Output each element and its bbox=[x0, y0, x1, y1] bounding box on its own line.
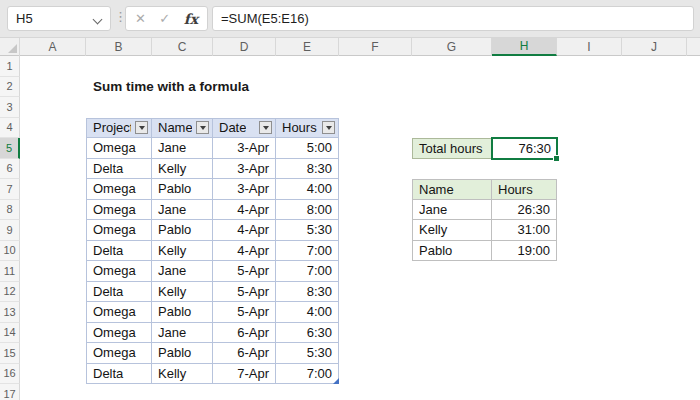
cell-E12[interactable]: 8:30 bbox=[276, 282, 339, 303]
row-header-11[interactable]: 11 bbox=[0, 261, 20, 282]
cell-C5[interactable]: Jane bbox=[152, 138, 213, 159]
cell-B7[interactable]: Omega bbox=[86, 179, 152, 200]
cell-D10[interactable]: 4-Apr bbox=[213, 241, 276, 262]
cell-B14[interactable]: Omega bbox=[86, 323, 152, 344]
cell-E8[interactable]: 8:00 bbox=[276, 200, 339, 221]
cell-D16[interactable]: 7-Apr bbox=[213, 364, 276, 385]
cancel-icon[interactable]: ✕ bbox=[135, 11, 146, 26]
row-header-14[interactable]: 14 bbox=[0, 323, 20, 344]
row-header-5[interactable]: 5 bbox=[0, 138, 20, 159]
cell-D8[interactable]: 4-Apr bbox=[213, 200, 276, 221]
cell-C9[interactable]: Pablo bbox=[152, 220, 213, 241]
cell-C8[interactable]: Jane bbox=[152, 200, 213, 221]
column-header-J[interactable]: J bbox=[622, 38, 687, 56]
column-header-A[interactable]: A bbox=[20, 38, 86, 56]
cell-D6[interactable]: 3-Apr bbox=[213, 159, 276, 180]
cell-G10[interactable]: Pablo bbox=[412, 241, 492, 262]
cell-B13[interactable]: Omega bbox=[86, 302, 152, 323]
row-header-2[interactable]: 2 bbox=[0, 77, 20, 98]
cell-E13[interactable]: 4:00 bbox=[276, 302, 339, 323]
column-header-C[interactable]: C bbox=[152, 38, 213, 56]
filter-dropdown-button[interactable] bbox=[259, 121, 272, 134]
cell-E7[interactable]: 4:00 bbox=[276, 179, 339, 200]
cell-C11[interactable]: Jane bbox=[152, 261, 213, 282]
cell-C6[interactable]: Kelly bbox=[152, 159, 213, 180]
column-header-I[interactable]: I bbox=[557, 38, 622, 56]
cell-E5[interactable]: 5:00 bbox=[276, 138, 339, 159]
total-hours-label-cell[interactable]: Total hours bbox=[412, 138, 492, 159]
cell-C16[interactable]: Kelly bbox=[152, 364, 213, 385]
cell-D9[interactable]: 4-Apr bbox=[213, 220, 276, 241]
cell-D5[interactable]: 3-Apr bbox=[213, 138, 276, 159]
column-header-B[interactable]: B bbox=[86, 38, 152, 56]
cell-E11[interactable]: 7:00 bbox=[276, 261, 339, 282]
cell-B15[interactable]: Omega bbox=[86, 343, 152, 364]
row-header-10[interactable]: 10 bbox=[0, 241, 20, 262]
column-header-partial[interactable] bbox=[687, 38, 700, 56]
cell-E9[interactable]: 5:30 bbox=[276, 220, 339, 241]
row-header-4[interactable]: 4 bbox=[0, 118, 20, 139]
name-box[interactable]: H5 bbox=[7, 6, 111, 31]
selected-cell-h5[interactable]: 76:30 bbox=[491, 137, 558, 160]
summary-header-hours[interactable]: Hours bbox=[492, 179, 557, 200]
cell-B16[interactable]: Delta bbox=[86, 364, 152, 385]
row-header-12[interactable]: 12 bbox=[0, 282, 20, 303]
cell-D11[interactable]: 5-Apr bbox=[213, 261, 276, 282]
cell-D15[interactable]: 6-Apr bbox=[213, 343, 276, 364]
cell-D14[interactable]: 6-Apr bbox=[213, 323, 276, 344]
chevron-down-icon[interactable] bbox=[93, 15, 103, 25]
row-header-6[interactable]: 6 bbox=[0, 159, 20, 180]
table-resize-handle[interactable] bbox=[333, 378, 339, 384]
row-header-15[interactable]: 15 bbox=[0, 343, 20, 364]
cell-D7[interactable]: 3-Apr bbox=[213, 179, 276, 200]
filter-dropdown-button[interactable] bbox=[196, 121, 209, 134]
cell-B11[interactable]: Omega bbox=[86, 261, 152, 282]
cell-E14[interactable]: 6:30 bbox=[276, 323, 339, 344]
cell-B12[interactable]: Delta bbox=[86, 282, 152, 303]
cell-B9[interactable]: Omega bbox=[86, 220, 152, 241]
cell-C13[interactable]: Pablo bbox=[152, 302, 213, 323]
cell-B6[interactable]: Delta bbox=[86, 159, 152, 180]
column-header-F[interactable]: F bbox=[339, 38, 412, 56]
fill-handle[interactable] bbox=[553, 155, 560, 162]
cell-E16[interactable]: 7:00 bbox=[276, 364, 339, 385]
column-header-H[interactable]: H bbox=[492, 38, 557, 56]
row-header-16[interactable]: 16 bbox=[0, 364, 20, 385]
cell-E10[interactable]: 7:00 bbox=[276, 241, 339, 262]
enter-icon[interactable]: ✓ bbox=[159, 11, 170, 26]
select-all-corner[interactable] bbox=[0, 38, 20, 56]
row-header-13[interactable]: 13 bbox=[0, 302, 20, 323]
cell-C10[interactable]: Kelly bbox=[152, 241, 213, 262]
filter-dropdown-button[interactable] bbox=[135, 121, 148, 134]
cell-H10[interactable]: 19:00 bbox=[492, 241, 557, 262]
column-header-G[interactable]: G bbox=[412, 38, 492, 56]
filter-dropdown-button[interactable] bbox=[322, 121, 335, 134]
insert-function-icon[interactable]: fx bbox=[184, 11, 198, 27]
cell-C7[interactable]: Pablo bbox=[152, 179, 213, 200]
cell-E15[interactable]: 5:30 bbox=[276, 343, 339, 364]
cell-B5[interactable]: Omega bbox=[86, 138, 152, 159]
formula-input[interactable]: =SUM(E5:E16) bbox=[212, 6, 694, 31]
cell-E6[interactable]: 8:30 bbox=[276, 159, 339, 180]
cell-C12[interactable]: Kelly bbox=[152, 282, 213, 303]
cell-B8[interactable]: Omega bbox=[86, 200, 152, 221]
summary-header-name[interactable]: Name bbox=[412, 179, 492, 200]
cell-G9[interactable]: Kelly bbox=[412, 220, 492, 241]
cell-C15[interactable]: Pablo bbox=[152, 343, 213, 364]
row-header-3[interactable]: 3 bbox=[0, 97, 20, 118]
row-header-7[interactable]: 7 bbox=[0, 179, 20, 200]
sheet-title-cell[interactable]: Sum time with a formula bbox=[93, 77, 249, 98]
cell-D13[interactable]: 5-Apr bbox=[213, 302, 276, 323]
cell-H8[interactable]: 26:30 bbox=[492, 200, 557, 221]
row-header-8[interactable]: 8 bbox=[0, 200, 20, 221]
cell-H9[interactable]: 31:00 bbox=[492, 220, 557, 241]
cell-G8[interactable]: Jane bbox=[412, 200, 492, 221]
row-header-17[interactable]: 17 bbox=[0, 384, 20, 400]
cell-B10[interactable]: Delta bbox=[86, 241, 152, 262]
cell-C14[interactable]: Jane bbox=[152, 323, 213, 344]
row-header-9[interactable]: 9 bbox=[0, 220, 20, 241]
column-header-D[interactable]: D bbox=[213, 38, 276, 56]
row-header-1[interactable]: 1 bbox=[0, 56, 20, 77]
column-header-E[interactable]: E bbox=[276, 38, 339, 56]
cell-D12[interactable]: 5-Apr bbox=[213, 282, 276, 303]
